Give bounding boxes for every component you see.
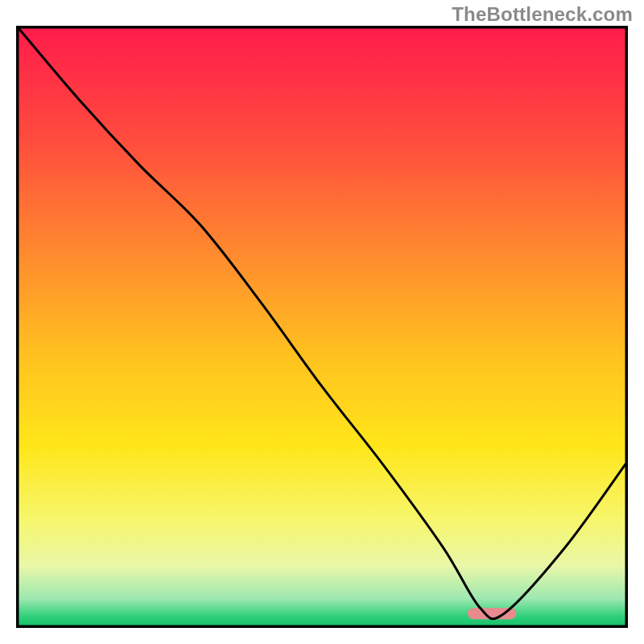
bottleneck-chart: [16, 26, 628, 628]
watermark-text: TheBottleneck.com: [452, 3, 633, 26]
chart-svg: [16, 26, 628, 628]
gradient-background: [19, 28, 625, 625]
chart-stage: TheBottleneck.com: [0, 0, 644, 644]
